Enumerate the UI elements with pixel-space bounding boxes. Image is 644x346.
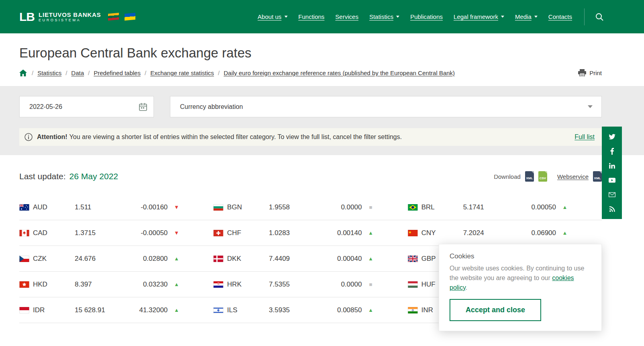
last-update-label: Last update: xyxy=(19,172,66,181)
nav-legal-framework[interactable]: Legal framework xyxy=(454,13,504,20)
breadcrumb-separator: / xyxy=(145,70,146,76)
chevron-down-icon xyxy=(588,105,593,108)
print-icon xyxy=(578,69,586,76)
breadcrumb-item[interactable]: Data xyxy=(71,70,84,76)
currency-rate: 24.676 xyxy=(75,255,120,263)
nav-media[interactable]: Media xyxy=(515,13,538,20)
chevron-down-icon xyxy=(534,16,538,18)
breadcrumb-item[interactable]: Daily euro foreign exchange reference ra… xyxy=(224,70,455,76)
id-flag-icon xyxy=(19,307,33,313)
youtube-icon[interactable] xyxy=(602,173,622,187)
xml-download-icon[interactable]: XML xyxy=(525,171,534,182)
currency-change: 41.32000 xyxy=(120,306,168,314)
search-icon[interactable] xyxy=(595,12,604,21)
breadcrumb-item[interactable]: Exchange rate statistics xyxy=(150,70,214,76)
currency-change: 0.00850 xyxy=(315,306,362,314)
header-divider xyxy=(584,8,585,25)
csv-download-icon[interactable]: CSV xyxy=(538,171,547,182)
currency-cell-bgn: BGN1.95580.0000◼ xyxy=(213,203,407,211)
currency-rate: 8.397 xyxy=(75,280,120,289)
hk-flag-icon xyxy=(19,281,33,288)
currency-code: AUD xyxy=(33,203,75,211)
nav-functions[interactable]: Functions xyxy=(298,13,325,20)
breadcrumb-separator: / xyxy=(88,70,90,76)
currency-code: CZK xyxy=(33,255,75,263)
currency-cell-dkk: DKK7.44090.00040▲ xyxy=(213,255,407,263)
rss-icon[interactable] xyxy=(602,202,622,216)
full-list-link[interactable]: Full list xyxy=(574,133,595,141)
currency-rate: 1.511 xyxy=(75,203,120,211)
up-indicator-icon: ▲ xyxy=(362,230,380,236)
currency-change: 0.02800 xyxy=(120,255,168,263)
attention-text: You are viewing a shorter list of entrie… xyxy=(70,133,402,140)
accept-and-close-button[interactable]: Accept and close xyxy=(450,299,541,321)
cookie-dialog: Cookies Our website uses cookies. By con… xyxy=(439,244,602,331)
br-flag-icon xyxy=(408,204,421,211)
page-title: European Central Bank exchange rates xyxy=(19,45,602,61)
header: LB LIETUVOS BANKAS EUROSISTEMA About usF… xyxy=(0,0,644,33)
up-indicator-icon: ▲ xyxy=(556,204,574,210)
chevron-down-icon xyxy=(284,16,288,18)
email-icon[interactable] xyxy=(602,187,622,202)
date-input[interactable]: 2022-05-26 xyxy=(19,96,154,117)
gb-flag-icon xyxy=(408,256,421,262)
flat-indicator-icon: ◼ xyxy=(362,282,380,287)
hu-flag-icon xyxy=(408,281,421,288)
nav-statistics[interactable]: Statistics xyxy=(369,13,399,20)
currency-change: 0.00140 xyxy=(315,229,362,237)
nav-services[interactable]: Services xyxy=(335,13,359,20)
calendar-icon xyxy=(139,103,147,111)
currency-cell-hkd: HKD8.3970.03230▲ xyxy=(19,280,213,289)
cz-flag-icon xyxy=(19,256,33,262)
currency-code: HRK xyxy=(227,280,269,289)
table-row: CAD1.3715-0.00050▼CHF1.02830.00140▲CNY7.… xyxy=(19,220,602,246)
flat-indicator-icon: ◼ xyxy=(362,205,380,209)
currency-change: 0.0000 xyxy=(315,280,362,289)
last-update-date: 26 May 2022 xyxy=(70,172,118,181)
currency-code: CAD xyxy=(33,229,75,237)
table-row: AUD1.511-0.00160▼BGN1.95580.0000◼BRL5.17… xyxy=(19,194,602,220)
twitter-icon[interactable] xyxy=(602,129,622,144)
currency-dropdown[interactable]: Currency abbreviation xyxy=(170,96,602,117)
nav-about-us[interactable]: About us xyxy=(258,13,287,20)
currency-change: 0.0000 xyxy=(315,203,362,211)
cookie-title: Cookies xyxy=(450,252,591,260)
facebook-icon[interactable] xyxy=(602,144,622,158)
bank-logo[interactable]: LB LIETUVOS BANKAS EUROSISTEMA xyxy=(19,11,135,23)
up-indicator-icon: ▲ xyxy=(168,307,185,313)
breadcrumb-item[interactable]: Predefined tables xyxy=(94,70,141,76)
cn-flag-icon xyxy=(408,230,421,236)
currency-rate: 7.5355 xyxy=(269,280,314,289)
currency-code: BGN xyxy=(227,203,269,211)
breadcrumb-separator: / xyxy=(32,70,33,76)
currency-cell-idr: IDR15 628.9141.32000▲ xyxy=(19,306,213,314)
linkedin-icon[interactable] xyxy=(602,158,622,173)
breadcrumb-item[interactable]: Statistics xyxy=(37,70,61,76)
social-sidebar xyxy=(602,127,622,219)
webservice-link[interactable]: Webservice xyxy=(557,173,589,180)
currency-rate: 7.4409 xyxy=(269,255,314,263)
currency-rate: 1.9558 xyxy=(269,203,314,211)
nav-contacts[interactable]: Contacts xyxy=(548,13,572,20)
currency-rate: 1.3715 xyxy=(75,229,120,237)
webservice-xml-icon[interactable]: XML xyxy=(593,171,602,182)
chevron-down-icon xyxy=(501,16,504,18)
up-indicator-icon: ▲ xyxy=(168,281,185,287)
nav-publications[interactable]: Publications xyxy=(410,13,443,20)
up-indicator-icon: ▲ xyxy=(362,307,380,313)
print-label: Print xyxy=(589,70,602,76)
currency-rate: 7.2024 xyxy=(463,229,509,237)
currency-cell-hrk: HRK7.53550.0000◼ xyxy=(213,280,407,289)
ukraine-flag-icon xyxy=(125,13,135,20)
print-button[interactable]: Print xyxy=(578,69,602,76)
currency-code: BRL xyxy=(421,203,463,211)
currency-code: IDR xyxy=(33,306,75,314)
currency-change: 0.00040 xyxy=(315,255,362,263)
au-flag-icon xyxy=(19,204,33,211)
logo-subtitle: EUROSISTEMA xyxy=(39,18,101,22)
up-indicator-icon: ▲ xyxy=(362,256,380,262)
breadcrumb: /Statistics/Data/Predefined tables/Excha… xyxy=(28,70,455,76)
currency-code: HKD xyxy=(33,280,75,289)
breadcrumb-separator: / xyxy=(218,70,220,76)
home-icon[interactable] xyxy=(19,70,27,76)
